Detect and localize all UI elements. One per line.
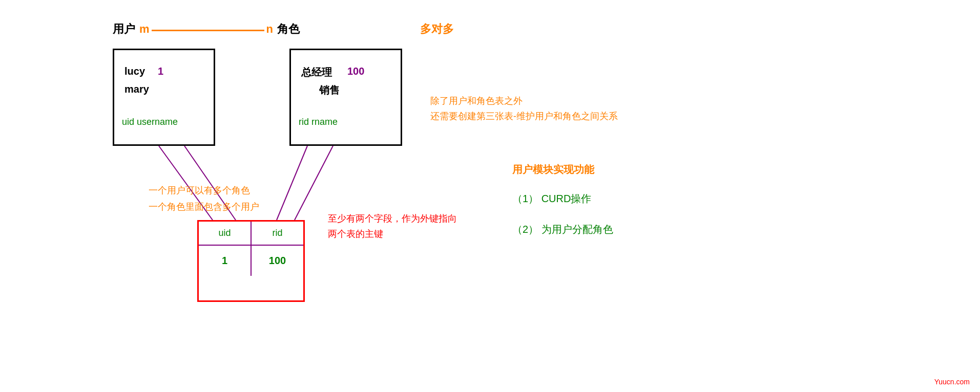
label-role: 角色 [277,21,300,37]
label-many-to-many: 多对多 [420,21,454,37]
svg-line-3 [295,146,333,220]
right-panel-item1: （1） CURD操作 [512,192,591,206]
role-num1: 100 [347,66,364,77]
label-user: 用户 [113,21,135,37]
role-fields: rid rname [299,117,338,127]
third-col1-value: 1 [199,246,252,276]
third-col1-header: uid [199,222,252,245]
third-col2-header: rid [252,222,303,245]
user-mary: mary [124,83,149,95]
role-title2: 销售 [319,83,340,97]
third-table-row: 1 100 [199,246,303,276]
role-title1: 总经理 [301,66,332,79]
third-table-box: uid rid 1 100 [197,220,305,302]
annotation-right1: 除了用户和角色表之外 [430,95,523,107]
right-panel-item2: （2） 为用户分配角色 [512,223,613,236]
annotation-one-role: 一个角色里面包含多个用户 [149,201,259,213]
label-m: m [139,23,150,36]
annotation-right2: 还需要创建第三张表-维护用户和角色之间关系 [430,110,618,122]
watermark: Yuucn.com [934,378,970,386]
label-n: n [266,23,273,36]
user-lucy-num: 1 [158,66,163,77]
annotation-foreign2: 两个表的主键 [328,228,383,240]
annotation-one-user: 一个用户可以有多个角色 [149,184,250,197]
annotation-foreign1: 至少有两个字段，作为外键指向 [328,212,457,225]
user-lucy: lucy [124,66,145,77]
role-table-box: 总经理 100 销售 rid rname [289,49,402,146]
mn-line [152,30,264,31]
third-table-header: uid rid [199,222,303,246]
user-fields: uid username [122,117,178,127]
right-panel-title: 用户模块实现功能 [512,163,594,177]
header-row: 用户 m n 角色 [113,21,300,37]
user-table-box: lucy 1 mary uid username [113,49,215,146]
third-col2-value: 100 [252,246,303,276]
svg-line-2 [277,146,307,220]
